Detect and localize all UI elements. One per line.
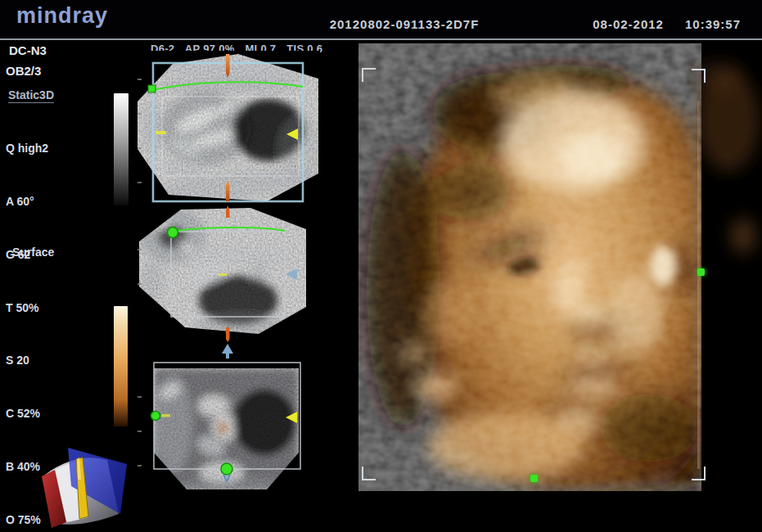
render-region-bracket [362,467,376,480]
study-id: 20120802-091133-2D7F [330,17,480,31]
render-mode-label: Surface [12,246,54,259]
param-row: A 60° [6,193,48,211]
header-bar: mindray 20120802-091133-2D7F 08-02-2012 … [0,0,762,40]
datetime: 08-02-2012 10:39:57 [593,17,741,31]
render-region-bracket [692,467,706,480]
imaging-mode-label: Static3D [8,88,54,103]
plane-marker-orange[interactable] [226,54,230,78]
render-handle-green[interactable] [530,475,538,482]
param-row: Q high2 [6,140,48,158]
render-3d-view[interactable] [358,43,762,491]
b-plane-panel[interactable] [136,205,320,358]
axis-tick-yellow [156,131,166,134]
grayscale-colormap-bar-icon [114,93,129,205]
system-date: 08-02-2012 [593,17,664,31]
volume-orientation-icon [27,440,132,530]
param-row: S 20 [6,352,48,370]
transducer-label: DC-N3 [9,43,47,57]
curve-handle[interactable] [221,463,232,475]
sepia-colormap-bar-icon [114,306,128,426]
axis-tick-yellow [161,414,170,417]
render-handle-green[interactable] [697,268,705,276]
ultrasound-screen: mindray 20120802-091133-2D7F 08-02-2012 … [0,0,762,532]
param-row: C 52% [6,405,48,423]
a-plane-panel[interactable] [136,51,320,203]
c-plane-panel[interactable] [136,358,320,507]
curve-handle[interactable] [151,412,160,421]
mindray-logo: mindray [16,3,108,29]
curve-handle[interactable] [148,85,156,92]
curve-handle[interactable] [168,228,178,238]
render-region-bracket [692,69,706,83]
render-region-bracket [362,68,376,82]
system-time: 10:39:57 [685,17,741,31]
param-row: T 50% [6,300,48,318]
axis-tick-yellow [219,273,227,276]
exam-preset-label: OB2/3 [6,64,41,78]
